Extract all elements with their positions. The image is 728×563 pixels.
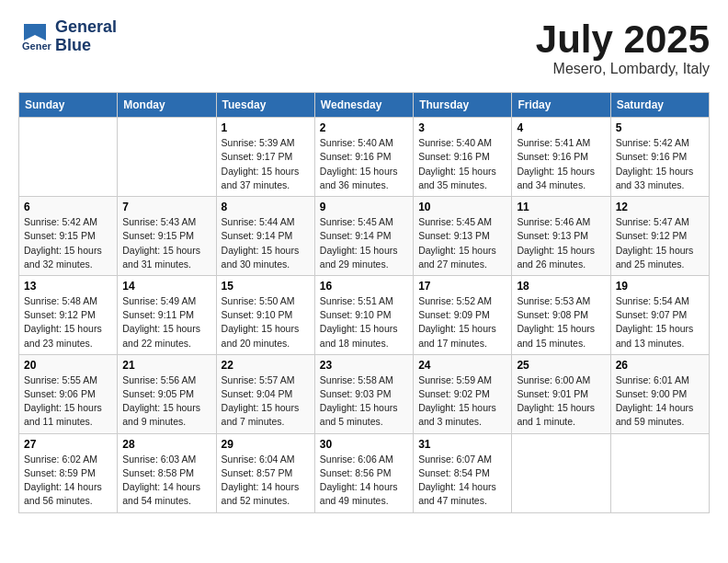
day-info: Sunrise: 5:41 AM Sunset: 9:16 PM Dayligh…: [517, 136, 605, 192]
day-number: 13: [24, 280, 112, 293]
calendar-cell: 4Sunrise: 5:41 AM Sunset: 9:16 PM Daylig…: [512, 118, 610, 197]
day-info: Sunrise: 5:52 AM Sunset: 9:09 PM Dayligh…: [418, 294, 506, 350]
calendar-week-4: 20Sunrise: 5:55 AM Sunset: 9:06 PM Dayli…: [19, 354, 710, 433]
calendar-cell: 14Sunrise: 5:49 AM Sunset: 9:11 PM Dayli…: [118, 275, 216, 354]
day-info: Sunrise: 5:59 AM Sunset: 9:02 PM Dayligh…: [418, 373, 506, 430]
day-number: 14: [122, 280, 210, 293]
day-number: 6: [24, 201, 112, 213]
day-number: 31: [418, 438, 506, 451]
day-info: Sunrise: 6:03 AM Sunset: 8:58 PM Dayligh…: [122, 453, 210, 509]
calendar-cell: 25Sunrise: 6:00 AM Sunset: 9:01 PM Dayli…: [512, 354, 610, 433]
day-info: Sunrise: 5:50 AM Sunset: 9:10 PM Dayligh…: [222, 294, 310, 350]
calendar-week-3: 13Sunrise: 5:48 AM Sunset: 9:12 PM Dayli…: [19, 275, 710, 354]
calendar-cell: 31Sunrise: 6:07 AM Sunset: 8:54 PM Dayli…: [414, 433, 512, 512]
calendar-cell: 8Sunrise: 5:44 AM Sunset: 9:14 PM Daylig…: [216, 197, 314, 276]
calendar-cell: 29Sunrise: 6:04 AM Sunset: 8:57 PM Dayli…: [216, 433, 314, 512]
day-number: 28: [122, 438, 210, 451]
calendar-cell: 26Sunrise: 6:01 AM Sunset: 9:00 PM Dayli…: [610, 354, 709, 433]
day-number: 7: [122, 201, 210, 213]
day-info: Sunrise: 5:55 AM Sunset: 9:06 PM Dayligh…: [24, 373, 112, 430]
day-number: 4: [517, 121, 605, 134]
calendar-cell: 16Sunrise: 5:51 AM Sunset: 9:10 PM Dayli…: [314, 275, 413, 354]
day-number: 2: [320, 121, 408, 134]
column-header-saturday: Saturday: [610, 93, 709, 118]
calendar-cell: 22Sunrise: 5:57 AM Sunset: 9:04 PM Dayli…: [216, 354, 314, 433]
day-number: 1: [222, 121, 310, 134]
day-info: Sunrise: 5:44 AM Sunset: 9:14 PM Dayligh…: [222, 215, 310, 271]
day-number: 27: [24, 438, 112, 451]
day-number: 17: [418, 280, 506, 293]
column-header-sunday: Sunday: [19, 93, 118, 118]
calendar-cell: 17Sunrise: 5:52 AM Sunset: 9:09 PM Dayli…: [414, 275, 512, 354]
calendar-cell: 19Sunrise: 5:54 AM Sunset: 9:07 PM Dayli…: [610, 275, 709, 354]
calendar-cell: 5Sunrise: 5:42 AM Sunset: 9:16 PM Daylig…: [610, 118, 709, 197]
calendar-cell: 27Sunrise: 6:02 AM Sunset: 8:59 PM Dayli…: [19, 433, 118, 512]
logo: General Blue General Blue: [18, 18, 117, 55]
column-header-friday: Friday: [512, 93, 610, 118]
day-number: 20: [24, 359, 112, 372]
day-info: Sunrise: 5:54 AM Sunset: 9:07 PM Dayligh…: [616, 294, 704, 350]
day-number: 30: [320, 438, 408, 451]
calendar-cell: [118, 118, 216, 197]
calendar-cell: 30Sunrise: 6:06 AM Sunset: 8:56 PM Dayli…: [314, 433, 413, 512]
calendar-cell: 12Sunrise: 5:47 AM Sunset: 9:12 PM Dayli…: [610, 197, 709, 276]
day-number: 9: [320, 201, 408, 213]
day-info: Sunrise: 5:46 AM Sunset: 9:13 PM Dayligh…: [517, 215, 605, 271]
logo-general: General: [55, 18, 117, 37]
calendar-body: 1Sunrise: 5:39 AM Sunset: 9:17 PM Daylig…: [19, 118, 710, 512]
day-info: Sunrise: 5:45 AM Sunset: 9:13 PM Dayligh…: [418, 215, 506, 271]
day-info: Sunrise: 5:45 AM Sunset: 9:14 PM Dayligh…: [320, 215, 408, 271]
day-info: Sunrise: 6:00 AM Sunset: 9:01 PM Dayligh…: [517, 373, 605, 430]
day-info: Sunrise: 5:40 AM Sunset: 9:16 PM Dayligh…: [320, 136, 408, 192]
logo-blue: Blue: [55, 37, 117, 55]
calendar-cell: 24Sunrise: 5:59 AM Sunset: 9:02 PM Dayli…: [414, 354, 512, 433]
page-header: General Blue General Blue July 2025 Mese…: [18, 18, 710, 77]
calendar-header-row: SundayMondayTuesdayWednesdayThursdayFrid…: [19, 93, 710, 118]
day-number: 10: [418, 201, 506, 213]
day-info: Sunrise: 5:42 AM Sunset: 9:16 PM Dayligh…: [616, 136, 704, 192]
day-info: Sunrise: 5:56 AM Sunset: 9:05 PM Dayligh…: [122, 373, 210, 430]
column-header-wednesday: Wednesday: [314, 93, 413, 118]
calendar-cell: 28Sunrise: 6:03 AM Sunset: 8:58 PM Dayli…: [118, 433, 216, 512]
calendar-cell: [610, 433, 709, 512]
day-info: Sunrise: 6:02 AM Sunset: 8:59 PM Dayligh…: [24, 453, 112, 509]
svg-text:Blue: Blue: [22, 52, 44, 53]
day-info: Sunrise: 5:40 AM Sunset: 9:16 PM Dayligh…: [418, 136, 506, 192]
calendar-table: SundayMondayTuesdayWednesdayThursdayFrid…: [18, 92, 710, 512]
day-info: Sunrise: 5:43 AM Sunset: 9:15 PM Dayligh…: [122, 215, 210, 271]
calendar-week-1: 1Sunrise: 5:39 AM Sunset: 9:17 PM Daylig…: [19, 118, 710, 197]
calendar-cell: 9Sunrise: 5:45 AM Sunset: 9:14 PM Daylig…: [314, 197, 413, 276]
calendar-cell: 21Sunrise: 5:56 AM Sunset: 9:05 PM Dayli…: [118, 354, 216, 433]
day-number: 18: [517, 280, 605, 293]
day-number: 22: [222, 359, 310, 372]
day-number: 21: [122, 359, 210, 372]
day-info: Sunrise: 5:42 AM Sunset: 9:15 PM Dayligh…: [24, 215, 112, 271]
column-header-monday: Monday: [118, 93, 216, 118]
calendar-cell: 1Sunrise: 5:39 AM Sunset: 9:17 PM Daylig…: [216, 118, 314, 197]
calendar-cell: 23Sunrise: 5:58 AM Sunset: 9:03 PM Dayli…: [314, 354, 413, 433]
calendar-cell: 3Sunrise: 5:40 AM Sunset: 9:16 PM Daylig…: [414, 118, 512, 197]
day-info: Sunrise: 5:51 AM Sunset: 9:10 PM Dayligh…: [320, 294, 408, 350]
day-number: 15: [222, 280, 310, 293]
day-number: 23: [320, 359, 408, 372]
calendar-week-2: 6Sunrise: 5:42 AM Sunset: 9:15 PM Daylig…: [19, 197, 710, 276]
day-info: Sunrise: 5:49 AM Sunset: 9:11 PM Dayligh…: [122, 294, 210, 350]
day-number: 26: [616, 359, 704, 372]
day-info: Sunrise: 5:53 AM Sunset: 9:08 PM Dayligh…: [517, 294, 605, 350]
day-info: Sunrise: 5:58 AM Sunset: 9:03 PM Dayligh…: [320, 373, 408, 430]
calendar-cell: 15Sunrise: 5:50 AM Sunset: 9:10 PM Dayli…: [216, 275, 314, 354]
day-info: Sunrise: 6:06 AM Sunset: 8:56 PM Dayligh…: [320, 453, 408, 509]
day-info: Sunrise: 5:48 AM Sunset: 9:12 PM Dayligh…: [24, 294, 112, 350]
calendar-cell: 13Sunrise: 5:48 AM Sunset: 9:12 PM Dayli…: [19, 275, 118, 354]
calendar-cell: 2Sunrise: 5:40 AM Sunset: 9:16 PM Daylig…: [314, 118, 413, 197]
day-info: Sunrise: 5:57 AM Sunset: 9:04 PM Dayligh…: [222, 373, 310, 430]
calendar-cell: [512, 433, 610, 512]
calendar-cell: 7Sunrise: 5:43 AM Sunset: 9:15 PM Daylig…: [118, 197, 216, 276]
calendar-week-5: 27Sunrise: 6:02 AM Sunset: 8:59 PM Dayli…: [19, 433, 710, 512]
day-info: Sunrise: 6:07 AM Sunset: 8:54 PM Dayligh…: [418, 453, 506, 509]
day-number: 5: [616, 121, 704, 134]
day-number: 11: [517, 201, 605, 213]
calendar-cell: 18Sunrise: 5:53 AM Sunset: 9:08 PM Dayli…: [512, 275, 610, 354]
day-number: 8: [222, 201, 310, 213]
day-number: 25: [517, 359, 605, 372]
